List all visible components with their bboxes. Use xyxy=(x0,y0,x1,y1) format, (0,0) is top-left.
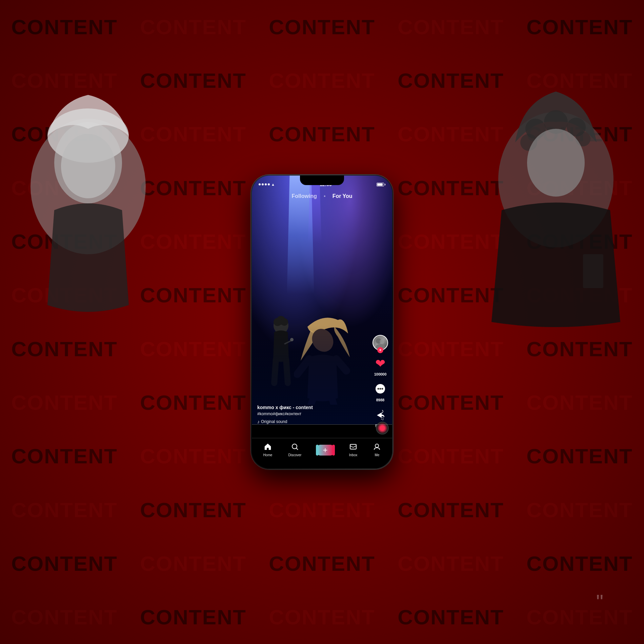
home-icon xyxy=(264,443,271,452)
home-label: Home xyxy=(263,453,273,457)
svg-point-29 xyxy=(375,444,379,447)
signal-dot-1 xyxy=(259,183,261,185)
battery-fill xyxy=(377,183,383,186)
profile-icon xyxy=(373,443,381,452)
svg-point-23 xyxy=(378,388,379,390)
plus-icon: + xyxy=(323,445,328,455)
creator-title: kommo x фикс - content xyxy=(257,405,367,410)
heart-icon: ❤ xyxy=(375,358,385,370)
tiktok-screen: ▲ 12:00 Following • For You xyxy=(252,176,392,468)
heart-icon-container: ❤ xyxy=(373,357,387,371)
comment-action[interactable]: 8988 xyxy=(373,382,387,402)
music-disc xyxy=(376,422,389,435)
music-note-2-icon: ♫ xyxy=(380,415,384,421)
signal-dot-3 xyxy=(265,183,267,185)
signal-dot-4 xyxy=(268,183,270,185)
battery-area xyxy=(377,183,385,186)
svg-point-25 xyxy=(382,388,383,390)
battery-indicator xyxy=(377,183,384,186)
svg-point-21 xyxy=(380,339,384,344)
for-you-tab[interactable]: For You xyxy=(333,193,353,199)
nav-home[interactable]: Home xyxy=(263,443,273,457)
follow-button[interactable]: + xyxy=(377,347,383,353)
comments-count: 8988 xyxy=(376,398,384,402)
sound-info[interactable]: ♪ Original sound xyxy=(257,419,367,424)
quote-mark: " xyxy=(596,590,603,613)
phone-notch xyxy=(300,176,344,185)
video-content xyxy=(252,176,392,424)
inbox-label: Inbox xyxy=(349,453,357,457)
signal-area: ▲ xyxy=(259,182,275,186)
sound-name: Original sound xyxy=(261,419,287,424)
discover-icon xyxy=(291,443,299,452)
music-area: ♪ ♫ xyxy=(376,408,389,435)
phone-frame: ▲ 12:00 Following • For You xyxy=(251,175,393,469)
svg-rect-28 xyxy=(350,444,356,449)
svg-point-24 xyxy=(380,388,381,390)
video-hashtags: #kommo#фикс#контент xyxy=(257,411,367,416)
like-action[interactable]: ❤ 100000 xyxy=(373,357,387,376)
nav-create[interactable]: + xyxy=(318,445,333,456)
signal-bars xyxy=(259,183,270,185)
comment-icon xyxy=(374,383,386,396)
battery-tip xyxy=(385,184,385,185)
wifi-icon: ▲ xyxy=(271,182,275,186)
svg-line-27 xyxy=(296,448,298,450)
phone-container: ▲ 12:00 Following • For You xyxy=(251,175,393,469)
nav-discover[interactable]: Discover xyxy=(288,443,301,457)
inbox-icon xyxy=(349,443,357,452)
creator-avatar-container[interactable]: + xyxy=(373,335,388,350)
nav-inbox[interactable]: Inbox xyxy=(349,443,357,457)
discover-label: Discover xyxy=(288,453,301,457)
svg-point-26 xyxy=(292,444,297,449)
me-label: Me xyxy=(375,453,379,457)
following-tab[interactable]: Following xyxy=(291,193,317,199)
feed-nav-tabs: Following • For You xyxy=(252,190,392,202)
video-description: kommo x фикс - content #kommo#фикс#конте… xyxy=(257,405,367,424)
comment-icon-container xyxy=(373,382,387,397)
bottom-nav-bar: Home Discover + xyxy=(252,438,392,468)
create-button[interactable]: + xyxy=(318,445,333,456)
dot-indicator: • xyxy=(324,193,326,199)
music-notes-icon: ♪ xyxy=(380,407,385,415)
music-note-icon: ♪ xyxy=(257,419,260,424)
nav-me[interactable]: Me xyxy=(373,443,381,457)
signal-dot-2 xyxy=(262,183,264,185)
svg-point-15 xyxy=(281,318,288,326)
phone-screen-area: ▲ 12:00 Following • For You xyxy=(252,176,392,468)
likes-count: 100000 xyxy=(374,372,387,376)
